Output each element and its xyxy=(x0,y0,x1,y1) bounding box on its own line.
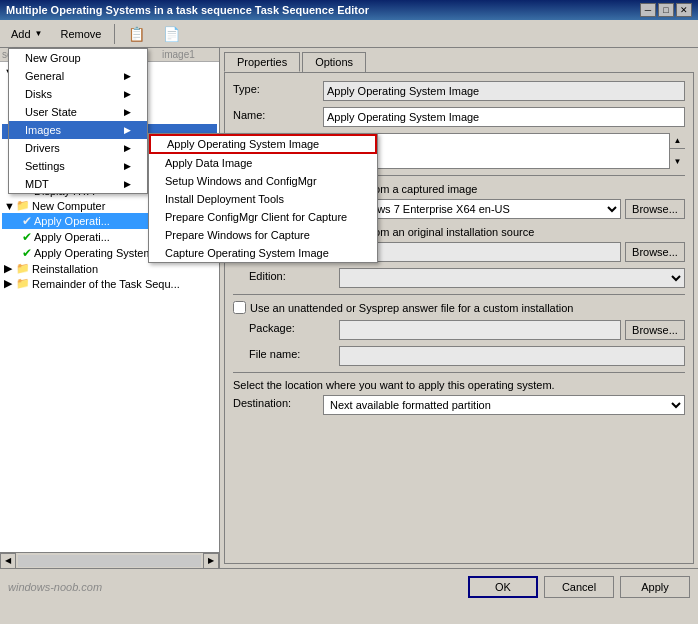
unattended-label: Use an unattended or Sysprep answer file… xyxy=(250,302,573,314)
bottom-bar: windows-noob.com OK Cancel Apply xyxy=(0,568,698,604)
apply-button[interactable]: Apply xyxy=(620,576,690,598)
remove-button[interactable]: Remove xyxy=(54,25,109,43)
toolbar-icon-button-1[interactable]: 📋 xyxy=(121,23,152,45)
watermark: windows-noob.com xyxy=(8,581,462,593)
expand-icon: ▶ xyxy=(4,262,16,275)
tree-label: Apply Operating System Image xyxy=(34,247,186,259)
expand-icon: ▼ xyxy=(4,200,16,212)
tree-label: MDT xyxy=(30,171,54,183)
edition-select[interactable] xyxy=(339,268,685,288)
tree-item-user-state[interactable]: ▶ User State xyxy=(2,109,217,124)
original-source-control: Browse... xyxy=(339,242,685,262)
toolbar-icon-button-2[interactable]: 📄 xyxy=(156,23,187,45)
tree-item-apply-os-1[interactable]: ✔ Apply Operati... xyxy=(2,213,217,229)
title-bar-buttons: ─ □ ✕ xyxy=(640,3,692,17)
tree-label: User State xyxy=(30,111,82,123)
scroll-right-btn[interactable]: ▶ xyxy=(203,553,219,569)
browse-button-1[interactable]: Browse... xyxy=(625,199,685,219)
close-button[interactable]: ✕ xyxy=(676,3,692,17)
filename-input[interactable] xyxy=(339,346,685,366)
unattended-checkbox[interactable] xyxy=(233,301,246,314)
right-panel: Properties Options Type: // Will be set … xyxy=(220,48,698,568)
tree-label: New Group xyxy=(32,66,88,78)
folder-icon-2: 📁 xyxy=(16,199,30,212)
restore-button[interactable]: □ xyxy=(658,3,674,17)
col-sequence: sequence xyxy=(2,49,72,60)
description-row: Description: ▲ ▼ xyxy=(233,133,685,169)
tree-item-drivers[interactable]: ▶ Drivers xyxy=(2,139,217,154)
tree-item-images[interactable]: ▶ Images xyxy=(2,124,217,139)
expand-icon: ▶ xyxy=(18,140,30,153)
type-input[interactable] xyxy=(323,81,685,101)
radio-captured-label: Apply operating system from a captured i… xyxy=(250,183,477,195)
package-label: Package: xyxy=(249,320,339,334)
filename-control xyxy=(339,346,685,366)
radio-captured-image[interactable] xyxy=(233,182,246,195)
col-image1: image1 xyxy=(162,49,195,60)
expand-icon: ▶ xyxy=(18,110,30,123)
window-title: Multiple Operating Systems in a task seq… xyxy=(6,4,369,16)
expand-icon: ▶ xyxy=(18,170,30,183)
folder-icon-4: 📁 xyxy=(16,277,30,290)
scroll-track[interactable] xyxy=(18,555,201,567)
tree-item-settings[interactable]: ▶ Settings xyxy=(2,154,217,169)
add-button[interactable]: Add xyxy=(4,25,50,43)
tabs: Properties Options xyxy=(224,52,694,72)
image-select[interactable]: Windows 7 Enterprise X64 en-US xyxy=(339,199,621,219)
image-label: Image: xyxy=(249,199,339,213)
type-row: Type: // Will be set by data-bind-attr e… xyxy=(233,81,685,101)
tree-item-reinstallation[interactable]: ▶ 📁 Reinstallation xyxy=(2,261,217,276)
browse-button-2[interactable]: Browse... xyxy=(625,242,685,262)
original-source-label xyxy=(249,242,339,244)
destination-select[interactable]: Next available formatted partition xyxy=(323,395,685,415)
tree-area: ▼ 📁 New Group ▶ General ▶ Disks ▶ User xyxy=(0,62,219,552)
name-control xyxy=(323,107,685,127)
check-icon-1: ✔ xyxy=(22,214,32,228)
description-control: ▲ ▼ xyxy=(323,133,685,169)
expand-icon: ▶ xyxy=(18,95,30,108)
toolbar: Add Remove 📋 📄 xyxy=(0,20,698,48)
tree-item-remainder[interactable]: ▶ 📁 Remainder of the Task Sequ... xyxy=(2,276,217,291)
image-row: Image: Windows 7 Enterprise X64 en-US Br… xyxy=(233,199,685,219)
original-source-row: Browse... xyxy=(233,242,685,262)
radio-original-label: Apply operating system from an original … xyxy=(250,226,534,238)
tree-item-new-computer[interactable]: ▼ 📁 New Computer xyxy=(2,198,217,213)
tree-item-disks[interactable]: ▶ Disks xyxy=(2,94,217,109)
original-source-input[interactable] xyxy=(339,242,621,262)
cancel-button[interactable]: Cancel xyxy=(544,576,614,598)
browse-button-3[interactable]: Browse... xyxy=(625,320,685,340)
tree-label: Apply Operati... xyxy=(34,231,110,243)
tab-properties[interactable]: Properties xyxy=(224,52,300,72)
tree-item-mdt[interactable]: ▶ MDT xyxy=(2,169,217,184)
col-names: names xyxy=(112,49,162,60)
type-control: // Will be set by data-bind-attr equival… xyxy=(323,81,685,101)
radio-original-source[interactable] xyxy=(233,225,246,238)
tab-options[interactable]: Options xyxy=(302,52,366,72)
package-input[interactable] xyxy=(339,320,621,340)
tree-item-new-group[interactable]: ▼ 📁 New Group xyxy=(2,64,217,79)
tree-item-general[interactable]: ▶ General xyxy=(2,79,217,94)
unattended-checkbox-row: Use an unattended or Sysprep answer file… xyxy=(233,301,685,314)
tree-label: Settings xyxy=(30,156,70,168)
remove-label: Remove xyxy=(61,28,102,40)
textarea-scroll-down[interactable]: ▼ xyxy=(670,153,685,169)
name-input[interactable] xyxy=(323,107,685,127)
description-textarea[interactable] xyxy=(323,133,685,169)
tree-item-apply-os-3[interactable]: ✔ Apply Operating System Image xyxy=(2,245,217,261)
expand-icon: ▶ xyxy=(18,80,30,93)
tree-label: New Computer xyxy=(32,200,105,212)
folder-icon: 📁 xyxy=(16,65,30,78)
add-label: Add xyxy=(11,28,31,40)
tree-label: Disks xyxy=(30,96,57,108)
divider-1 xyxy=(233,175,685,176)
minimize-button[interactable]: ─ xyxy=(640,3,656,17)
scroll-left-btn[interactable]: ◀ xyxy=(0,553,16,569)
tree-item-apply-os-2[interactable]: ✔ Apply Operati... xyxy=(2,229,217,245)
expand-icon: ▼ xyxy=(4,66,16,78)
expand-icon: ▶ xyxy=(4,277,16,290)
ok-button[interactable]: OK xyxy=(468,576,538,598)
textarea-scroll-up[interactable]: ▲ xyxy=(670,133,685,149)
tree-item-display-hta[interactable]: Display HTA xyxy=(2,184,217,198)
destination-control: Next available formatted partition xyxy=(323,395,685,415)
tree-label: Drivers xyxy=(30,141,65,153)
